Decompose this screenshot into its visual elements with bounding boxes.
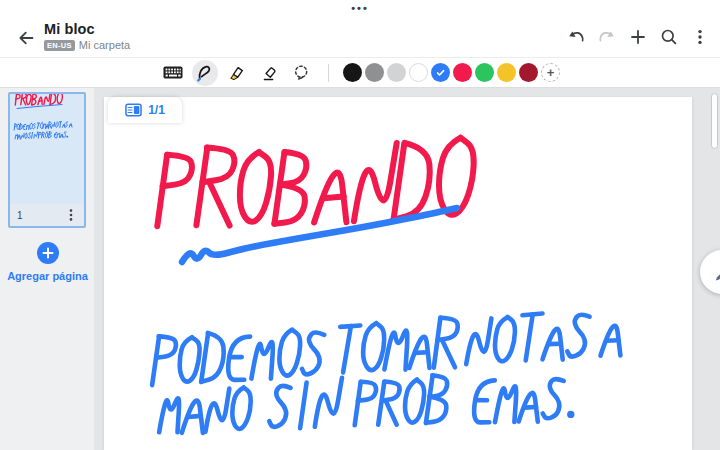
header-actions (562, 23, 714, 51)
custom-color-button[interactable]: + (541, 63, 560, 82)
thumbnail-footer: 1 (10, 204, 84, 226)
color-swatch-gray[interactable] (365, 63, 384, 82)
color-swatch-dark-red[interactable] (519, 63, 538, 82)
redo-button[interactable] (593, 23, 621, 51)
page-title: Mi bloc (44, 21, 130, 37)
color-palette: + (343, 63, 560, 82)
stylus-pen-icon (713, 263, 720, 282)
page-indicator-label: 1/1 (148, 103, 165, 117)
undo-button[interactable] (562, 23, 590, 51)
color-swatch-green[interactable] (475, 63, 494, 82)
add-page-button[interactable]: Agregar página (0, 242, 95, 282)
plus-icon (628, 27, 648, 47)
overflow-menu-button[interactable] (686, 23, 714, 51)
back-arrow-icon (16, 28, 36, 48)
drawing-toolbar: + (0, 58, 720, 88)
search-button[interactable] (655, 23, 683, 51)
color-swatch-yellow[interactable] (497, 63, 516, 82)
keyboard-icon (162, 64, 184, 81)
page-number: 1 (17, 210, 23, 221)
page-indicator-tab[interactable]: 1/1 (108, 97, 182, 123)
selected-check-icon (434, 66, 447, 79)
color-swatch-black[interactable] (343, 63, 362, 82)
text-tool-button[interactable] (160, 60, 186, 86)
color-swatch-light-gray[interactable] (387, 63, 406, 82)
pages-sidebar: 1 Agregar página (0, 88, 95, 450)
add-page-plus-icon (37, 242, 59, 264)
add-button[interactable] (624, 23, 652, 51)
note-page[interactable] (104, 97, 692, 450)
color-swatch-red[interactable] (453, 63, 472, 82)
back-button[interactable] (12, 24, 40, 52)
stylus-fab[interactable] (700, 250, 720, 294)
highlighter-icon (226, 62, 248, 84)
window-drag-handle[interactable]: ••• (0, 0, 720, 16)
lasso-tool-button[interactable] (288, 60, 314, 86)
app-root: ••• Mi bloc EN-US Mi carpeta (0, 0, 720, 450)
title-block: Mi bloc EN-US Mi carpeta (44, 21, 130, 51)
pen-icon (194, 62, 216, 84)
lasso-icon (290, 62, 312, 84)
thumbnail-ink-preview (10, 94, 84, 204)
pen-tool-button[interactable] (192, 60, 218, 86)
scrollbar-thumb[interactable] (711, 93, 718, 149)
canvas-area: 1/1 (95, 88, 720, 450)
page-thumbnail[interactable]: 1 (8, 92, 86, 228)
kebab-menu-icon (690, 27, 710, 47)
undo-icon (566, 27, 586, 47)
add-page-label: Agregar página (7, 270, 88, 282)
highlighter-tool-button[interactable] (224, 60, 250, 86)
language-badge: EN-US (44, 40, 75, 51)
eraser-tool-button[interactable] (256, 60, 282, 86)
thumbnail-menu-button[interactable] (65, 208, 77, 222)
header: Mi bloc EN-US Mi carpeta (0, 16, 720, 58)
pages-icon (125, 103, 142, 117)
search-icon (659, 27, 679, 47)
color-swatch-blue[interactable] (431, 63, 450, 82)
toolbar-divider (328, 64, 329, 82)
redo-icon (597, 27, 617, 47)
color-swatch-white[interactable] (409, 63, 428, 82)
folder-name: Mi carpeta (79, 39, 130, 51)
eraser-icon (258, 62, 280, 84)
